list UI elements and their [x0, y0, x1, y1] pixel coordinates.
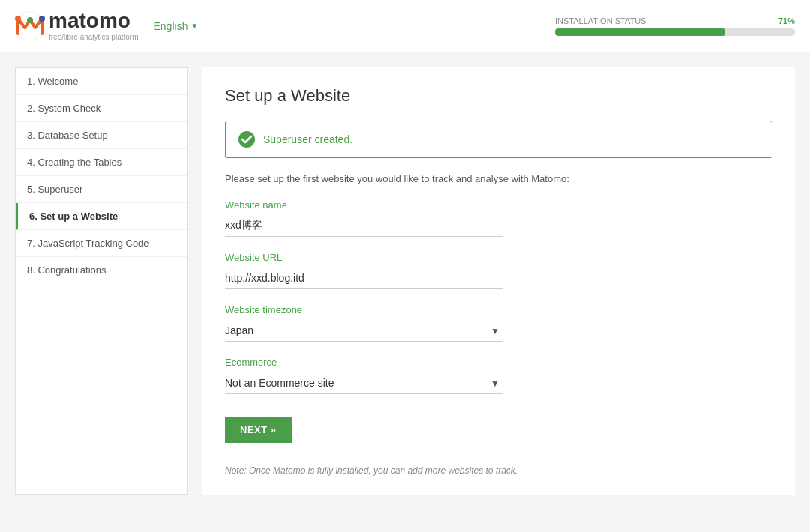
logo-wrapper: matomo free/libre analytics platform	[15, 10, 139, 41]
install-status-label: INSTALLATION STATUS 71%	[555, 16, 795, 25]
logo-area: matomo free/libre analytics platform	[49, 10, 139, 41]
svg-point-3	[27, 17, 33, 23]
success-banner: Superuser created.	[225, 121, 772, 158]
ecommerce-group: Ecommerce Not an Ecommerce site ▼	[225, 357, 772, 394]
website-timezone-label: Website timezone	[225, 304, 772, 315]
website-timezone-group: Website timezone Japan ▼	[225, 304, 772, 342]
sidebar-item-tracking-code[interactable]: 7. JavaScript Tracking Code	[16, 230, 187, 257]
language-label: English	[154, 20, 188, 32]
ecommerce-select-wrapper: Not an Ecommerce site ▼	[225, 372, 502, 394]
sidebar-item-creating-tables[interactable]: 4. Creating the Tables	[16, 149, 187, 176]
sidebar-item-superuser[interactable]: 5. Superuser	[16, 176, 187, 203]
install-status-pct: 71%	[778, 16, 795, 25]
header: matomo free/libre analytics platform Eng…	[0, 0, 810, 52]
main-container: 1. Welcome 2. System Check 3. Database S…	[0, 52, 810, 510]
ecommerce-label: Ecommerce	[225, 357, 772, 368]
svg-point-2	[15, 16, 21, 22]
website-name-input[interactable]	[225, 215, 502, 237]
website-name-group: Website name	[225, 199, 772, 237]
website-url-label: Website URL	[225, 252, 772, 263]
logo-subtext: free/libre analytics platform	[49, 33, 139, 41]
matomo-logo-icon	[15, 11, 45, 41]
website-url-group: Website URL	[225, 252, 772, 289]
sidebar-item-database-setup[interactable]: 3. Database Setup	[16, 122, 187, 149]
website-name-label: Website name	[225, 199, 772, 211]
next-button[interactable]: NEXT »	[225, 417, 292, 443]
success-message: Superuser created.	[263, 133, 352, 145]
header-left: matomo free/libre analytics platform Eng…	[15, 10, 198, 41]
svg-point-4	[39, 16, 45, 22]
content-area: Set up a Website Superuser created. Plea…	[202, 67, 795, 495]
form-description: Please set up the first website you woul…	[225, 173, 772, 184]
timezone-select-wrapper: Japan ▼	[225, 320, 502, 342]
ecommerce-select[interactable]: Not an Ecommerce site	[225, 372, 502, 394]
header-right: INSTALLATION STATUS 71%	[555, 16, 795, 36]
website-timezone-select[interactable]: Japan	[225, 320, 502, 342]
note-text: Note: Once Matomo is fully installed, yo…	[225, 465, 772, 476]
progress-bar-fill	[555, 28, 725, 36]
svg-point-0	[16, 12, 44, 40]
website-url-input[interactable]	[225, 267, 502, 289]
install-status-text: INSTALLATION STATUS	[555, 16, 646, 25]
language-selector[interactable]: English ▼	[154, 20, 199, 32]
language-arrow-icon: ▼	[190, 22, 198, 30]
page-title: Set up a Website	[225, 86, 772, 106]
success-checkmark-icon	[238, 130, 256, 148]
sidebar-item-setup-website[interactable]: 6. Set up a Website	[16, 203, 187, 230]
sidebar: 1. Welcome 2. System Check 3. Database S…	[15, 67, 188, 495]
svg-point-5	[238, 131, 255, 148]
sidebar-item-congratulations[interactable]: 8. Congratulations	[16, 257, 187, 283]
sidebar-item-system-check[interactable]: 2. System Check	[16, 95, 187, 122]
progress-bar	[555, 28, 795, 36]
logo-text: matomo	[49, 10, 139, 31]
sidebar-item-welcome[interactable]: 1. Welcome	[16, 68, 187, 95]
